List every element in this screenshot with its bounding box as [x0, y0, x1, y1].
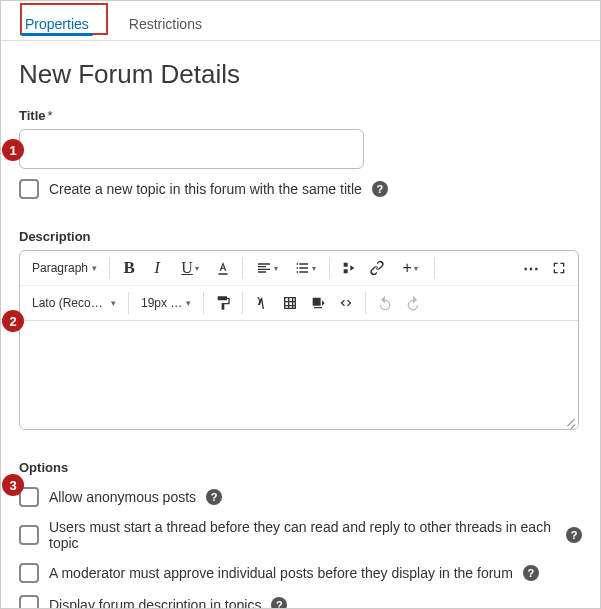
help-icon[interactable]: ?: [523, 565, 539, 581]
source-code-button[interactable]: [333, 290, 359, 316]
list-button[interactable]: ▾: [287, 255, 323, 281]
must-start-thread-checkbox[interactable]: [19, 525, 39, 545]
bold-button[interactable]: B: [116, 255, 142, 281]
editor-toolbar-row-1: Paragraph▾ B I U▾ ▾ ▾ +▾ ⋯: [20, 251, 578, 286]
options-label: Options: [19, 460, 582, 475]
resize-handle[interactable]: [564, 415, 576, 427]
insert-table-button[interactable]: [277, 290, 303, 316]
redo-button[interactable]: [400, 290, 426, 316]
font-family-select[interactable]: Lato (Recom…▾: [26, 292, 122, 314]
underline-button[interactable]: U▾: [172, 255, 208, 281]
chevron-down-icon: ▾: [312, 264, 316, 273]
fullscreen-button[interactable]: [546, 255, 572, 281]
insert-media-button[interactable]: [336, 255, 362, 281]
help-icon[interactable]: ?: [206, 489, 222, 505]
chevron-down-icon: ▾: [414, 264, 418, 273]
create-topic-checkbox[interactable]: [19, 179, 39, 199]
allow-anonymous-label: Allow anonymous posts: [49, 489, 196, 505]
moderator-approve-label: A moderator must approve individual post…: [49, 565, 513, 581]
description-textarea[interactable]: [20, 321, 578, 429]
display-description-checkbox[interactable]: [19, 595, 39, 609]
tab-restrictions[interactable]: Restrictions: [113, 6, 218, 40]
page-title: New Forum Details: [19, 59, 582, 90]
undo-button[interactable]: [372, 290, 398, 316]
title-input[interactable]: [19, 129, 364, 169]
insert-link-button[interactable]: [364, 255, 390, 281]
chevron-down-icon: ▾: [274, 264, 278, 273]
tab-bar: Properties Restrictions: [1, 1, 600, 41]
equation-button[interactable]: [249, 290, 275, 316]
chevron-down-icon: ▾: [111, 298, 116, 308]
form-content: New Forum Details Title* 1 Create a new …: [1, 41, 600, 609]
align-button[interactable]: ▾: [249, 255, 285, 281]
create-topic-label: Create a new topic in this forum with th…: [49, 181, 362, 197]
allow-anonymous-checkbox[interactable]: [19, 487, 39, 507]
help-icon[interactable]: ?: [566, 527, 582, 543]
text-color-button[interactable]: [210, 255, 236, 281]
rich-text-editor: Paragraph▾ B I U▾ ▾ ▾ +▾ ⋯ Lato (Recom…▾: [19, 250, 579, 430]
format-painter-button[interactable]: [210, 290, 236, 316]
help-icon[interactable]: ?: [271, 597, 287, 609]
chevron-down-icon: ▾: [186, 298, 191, 308]
description-label: Description: [19, 229, 582, 244]
accessibility-checker-button[interactable]: [305, 290, 331, 316]
must-start-thread-label: Users must start a thread before they ca…: [49, 519, 556, 551]
chevron-down-icon: ▾: [195, 264, 199, 273]
italic-button[interactable]: I: [144, 255, 170, 281]
editor-toolbar-row-2: Lato (Recom…▾ 19px …▾: [20, 286, 578, 321]
title-label: Title*: [19, 108, 582, 123]
insert-more-button[interactable]: +▾: [392, 255, 428, 281]
tab-properties[interactable]: Properties: [9, 6, 105, 40]
more-actions-button[interactable]: ⋯: [518, 255, 544, 281]
block-format-select[interactable]: Paragraph▾: [26, 257, 103, 279]
moderator-approve-checkbox[interactable]: [19, 563, 39, 583]
options-list: Allow anonymous posts ? Users must start…: [19, 487, 582, 609]
font-size-select[interactable]: 19px …▾: [135, 292, 197, 314]
chevron-down-icon: ▾: [92, 263, 97, 273]
display-description-label: Display forum description in topics: [49, 597, 261, 609]
help-icon[interactable]: ?: [372, 181, 388, 197]
